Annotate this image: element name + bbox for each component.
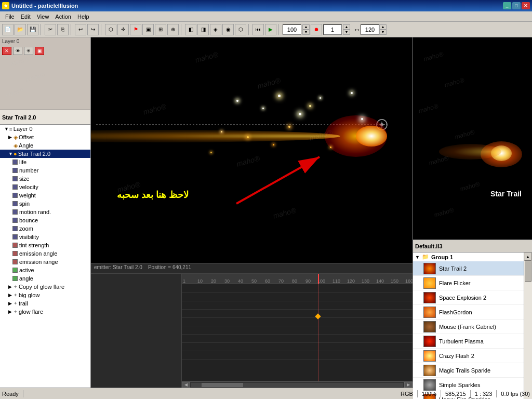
preset-group-1[interactable]: ▼ 📁 Group 1 — [413, 252, 524, 261]
tree-bounce[interactable]: bounce — [0, 216, 90, 224]
tree-velocity[interactable]: velocity — [0, 183, 90, 191]
preset-magic-trails[interactable]: Magic Trails Sparkle — [413, 363, 524, 378]
tree-tint-strength[interactable]: tint strength — [0, 241, 90, 249]
tree-copy-glow[interactable]: ▶ ✦ Copy of glow flare — [0, 283, 90, 291]
scroll-thumb[interactable] — [202, 383, 243, 387]
right-panel: maho® maho® maho® maho® maho® maho® maho… — [413, 37, 532, 388]
title-bar: ★ Untitled - particleIllusion _ □ ✕ — [0, 0, 532, 11]
tree-visibility[interactable]: visibility — [0, 233, 90, 241]
scroll-right[interactable]: ▶ — [404, 382, 413, 388]
tb-flag[interactable]: ⚑ — [130, 24, 141, 35]
menu-bar: File Edit View Action Help — [0, 11, 532, 22]
tree-panel[interactable]: ▼ ≡ Layer 0 ▶ ◈ Offset ◈ Angle ▼ ● Star … — [0, 125, 90, 388]
preset-crazy-flash-2[interactable]: Crazy Flash 2 — [413, 349, 524, 363]
scroll-left[interactable]: ◀ — [182, 382, 190, 388]
tree-zoom[interactable]: zoom — [0, 224, 90, 233]
tb-rewind[interactable]: ⏮ — [252, 24, 264, 35]
timeline-info: emitter: Star Trail 2.0 Position = 640,2… — [91, 263, 413, 274]
layer-btn-solo[interactable]: ▣ — [35, 47, 44, 55]
preset-thumb-3 — [423, 292, 436, 303]
preset-flare-flicker[interactable]: Flare Flicker — [413, 276, 524, 290]
preset-star-trail-2[interactable]: Star Trail 2 — [413, 261, 524, 276]
tree-size[interactable]: size — [0, 175, 90, 183]
tb-save[interactable]: 💾 — [27, 24, 38, 35]
tb-record[interactable]: ⏺ — [311, 24, 322, 35]
tb-grid[interactable]: ⊕ — [167, 24, 179, 35]
watermark-2: maho® — [25, 72, 45, 83]
tb-cut[interactable]: ✂ — [45, 24, 56, 35]
close-button[interactable]: ✕ — [522, 2, 530, 9]
tree-spin[interactable]: spin — [0, 200, 90, 208]
layer-btn-eye[interactable]: 👁 — [13, 47, 22, 55]
tb-tool1[interactable]: ◧ — [185, 24, 196, 35]
preset-scroll-thumb[interactable] — [525, 261, 531, 282]
menu-file[interactable]: File — [2, 12, 18, 21]
tree-star-trail[interactable]: ▼ ● Star Trail 2.0 — [0, 150, 90, 158]
timeline-content[interactable] — [182, 284, 413, 381]
status-fps: 0.0 fps (30) — [501, 391, 530, 397]
tb-tool2[interactable]: ◨ — [197, 24, 209, 35]
preset-flash-gordon[interactable]: FlashGordon — [413, 305, 524, 320]
scroll-track[interactable] — [191, 383, 403, 387]
tree-angle2[interactable]: angle — [0, 274, 90, 283]
tree-angle[interactable]: ◈ Angle — [0, 141, 90, 150]
preset-scroll-up[interactable]: ▲ — [524, 252, 531, 261]
tree-weight[interactable]: weight — [0, 191, 90, 200]
preset-thumb-9 — [423, 379, 436, 391]
tb-open[interactable]: 📂 — [15, 24, 26, 35]
tree-big-glow[interactable]: ▶ ✦ big glow — [0, 291, 90, 299]
total-frames-input[interactable]: 120 — [361, 24, 379, 35]
tree-trail[interactable]: ▶ ✦ trail — [0, 299, 90, 308]
preset-turbulent-plasma[interactable]: Turbulent Plasma — [413, 334, 524, 349]
menu-edit[interactable]: Edit — [18, 12, 34, 21]
layer-btn-lock[interactable]: ✳ — [24, 47, 33, 55]
frame-input[interactable]: 1 — [323, 24, 342, 35]
tb-redo[interactable]: ↪ — [87, 24, 99, 35]
tree-emission-range[interactable]: emission range — [0, 258, 90, 266]
tb-tool3[interactable]: ◈ — [210, 24, 221, 35]
right-preview: maho® maho® maho® maho® maho® maho® maho… — [413, 37, 532, 240]
status-position: 585,215 — [445, 391, 466, 397]
menu-action[interactable]: Action — [52, 12, 74, 21]
minimize-button[interactable]: _ — [503, 2, 511, 9]
tree-glow-flare[interactable]: ▶ ✦ glow flare — [0, 308, 90, 316]
total-frames-down[interactable]: ▼ — [379, 30, 387, 35]
menu-help[interactable]: Help — [74, 12, 92, 21]
fps-down[interactable]: ▼ — [302, 30, 310, 35]
preset-mouse-frank[interactable]: Mouse (Frank Gabriel) — [413, 320, 524, 334]
right-watermark-7: maho® — [433, 206, 455, 219]
tree-active[interactable]: active — [0, 266, 90, 274]
tb-tool5[interactable]: ⬡ — [235, 24, 246, 35]
tb-move[interactable]: ✛ — [117, 24, 129, 35]
tree-motion-rand[interactable]: motion rand. — [0, 208, 90, 216]
frame-up[interactable]: ▲ — [343, 24, 350, 30]
tb-play[interactable]: ▶ — [265, 24, 276, 35]
tb-new[interactable]: 📄 — [2, 24, 14, 35]
fps-up[interactable]: ▲ — [302, 24, 310, 30]
tb-tool4[interactable]: ◉ — [222, 24, 234, 35]
tree-number[interactable]: number — [0, 166, 90, 175]
timeline-scrollbar[interactable]: ◀ ▶ — [182, 381, 413, 388]
layer-btn-x[interactable]: ✕ — [2, 47, 11, 55]
timeline-area[interactable]: emitter: Star Trail 2.0 Position = 640,2… — [91, 263, 413, 388]
tree-emission-angle[interactable]: emission angle — [0, 249, 90, 258]
maximize-button[interactable]: □ — [512, 2, 521, 9]
tree-life[interactable]: life — [0, 158, 90, 166]
tb-transform[interactable]: ⊞ — [155, 24, 166, 35]
total-frames-up[interactable]: ▲ — [379, 24, 387, 30]
preset-scrollbar[interactable]: ▲ ▼ — [524, 252, 532, 399]
tb-copy[interactable]: ⎘ — [57, 24, 69, 35]
tb-undo[interactable]: ↩ — [75, 24, 86, 35]
tb-shape[interactable]: ▣ — [142, 24, 154, 35]
particle-canvas — [91, 37, 413, 263]
preset-space-explosion-2[interactable]: Space Explosion 2 — [413, 290, 524, 305]
fps-input[interactable]: 100 — [283, 24, 301, 35]
frame-down[interactable]: ▼ — [343, 30, 350, 35]
preset-scroll-track[interactable] — [524, 261, 532, 399]
tb-select[interactable]: ⬡ — [105, 24, 116, 35]
tree-offset[interactable]: ▶ ◈ Offset — [0, 133, 90, 141]
preset-list[interactable]: ▼ 📁 Group 1 Star Trail 2 Flare Flicker — [413, 252, 532, 399]
tree-layer0[interactable]: ▼ ≡ Layer 0 — [0, 125, 90, 133]
canvas-area[interactable]: maho® maho® maho® maho® maho® maho® maho… — [91, 37, 413, 263]
menu-view[interactable]: View — [34, 12, 52, 21]
